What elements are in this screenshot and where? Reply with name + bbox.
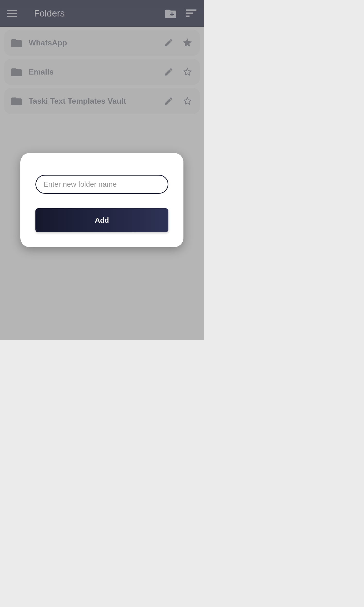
new-folder-modal: Add [20, 153, 183, 247]
modal-overlay[interactable]: Add [0, 0, 204, 340]
folder-name-input[interactable] [35, 175, 169, 194]
add-button[interactable]: Add [35, 208, 169, 232]
